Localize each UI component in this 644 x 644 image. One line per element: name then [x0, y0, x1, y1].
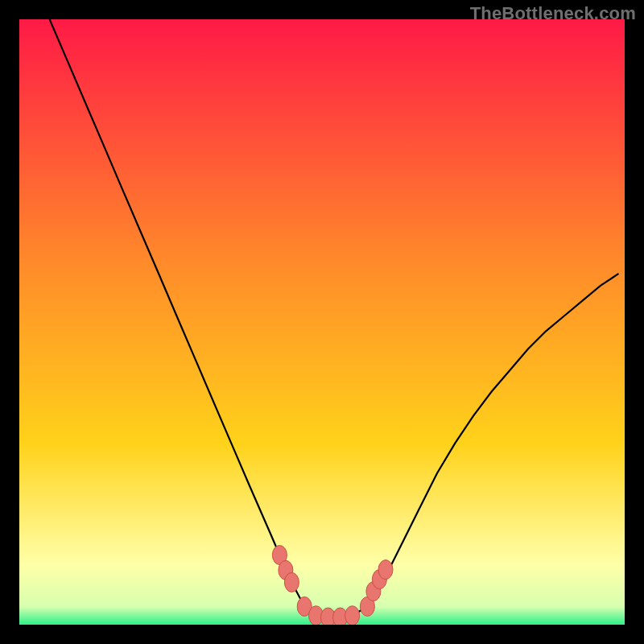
bottleneck-curve-chart [19, 19, 625, 625]
curve-marker [345, 606, 360, 625]
curve-marker [378, 560, 393, 580]
gradient-background [19, 19, 625, 625]
watermark-text: TheBottleneck.com [470, 3, 636, 24]
curve-marker [284, 572, 299, 592]
chart-frame [19, 19, 625, 625]
